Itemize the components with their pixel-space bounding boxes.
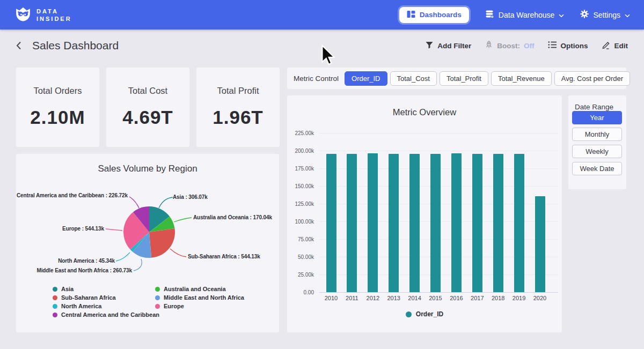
edit-button[interactable]: Edit (602, 40, 628, 51)
legend-label: Order_ID (416, 310, 443, 318)
bar-2018[interactable] (493, 154, 503, 292)
top-navbar: DATA INSIDER Dashboards (0, 0, 644, 29)
legend-dot (155, 304, 160, 309)
pie-leader-line (159, 197, 173, 208)
app-root: DATA INSIDER Dashboards (0, 0, 644, 349)
kpi-value: 1.96T (196, 107, 280, 128)
pie-callout-label: North America : 45.34k (58, 258, 115, 264)
nav-dashboards-button[interactable]: Dashboards (399, 7, 469, 23)
bar-chart-title: Metric Overview (287, 107, 562, 117)
owl-logo-icon (15, 6, 31, 24)
legend-dot (53, 295, 57, 300)
x-axis-tick-label: 2010 (320, 295, 342, 301)
bar-2015[interactable] (430, 154, 441, 292)
nav-settings-label: Settings (593, 11, 620, 19)
y-axis-tick-label: 150.00k (289, 183, 314, 189)
bar-2019[interactable] (514, 154, 524, 292)
kpi-card-total-profit: Total Profit 1.96T (196, 68, 280, 147)
pie-slice[interactable] (149, 228, 175, 258)
bar-2014[interactable] (409, 154, 420, 292)
bar-2012[interactable] (368, 153, 378, 292)
date-range-label: Date Range (575, 103, 626, 111)
pie-legend-item: North America (53, 303, 159, 309)
legend-label: North America (61, 303, 101, 309)
legend-dot (53, 313, 57, 317)
legend-label: Australia and Oceania (164, 286, 226, 292)
kpi-label: Total Cost (106, 86, 189, 96)
x-axis-tick-label: 2018 (487, 295, 509, 301)
y-axis-tick-label: 25.00k (289, 272, 314, 278)
metric-control-bar: Metric Control Order_ID Total_Cost Total… (287, 68, 626, 89)
y-axis-tick-label: 125.00k (289, 201, 314, 207)
pie-legend-item: Central America and the Caribbean (53, 311, 159, 318)
kpi-value: 4.69T (106, 107, 189, 128)
legend-label: Europe (164, 303, 184, 309)
y-axis-tick-label: 0.00 (289, 289, 314, 295)
metric-chip-total-cost[interactable]: Total_Cost (390, 71, 437, 86)
legend-label: Middle East and North Africa (164, 294, 244, 301)
pie-leader-line (134, 259, 142, 271)
kpi-label: Total Orders (16, 86, 99, 96)
back-icon[interactable] (14, 40, 25, 51)
kpi-card-total-cost: Total Cost 4.69T (106, 68, 189, 147)
brand-name: DATA INSIDER (36, 8, 72, 23)
pie-legend-item: Europe (155, 303, 244, 309)
pie-leader-line (129, 197, 139, 208)
kpi-label: Total Profit (196, 86, 280, 96)
bar-2013[interactable] (389, 154, 399, 292)
pie-legend-item: Middle East and North Africa (155, 294, 244, 301)
metric-chip-avg-cost-per-order[interactable]: Avg. Cost per Order (554, 71, 630, 86)
pie-callout-label: Australia and Oceania : 170.04k (193, 214, 272, 220)
boost-toggle[interactable]: Boost: Off (485, 40, 534, 51)
y-axis-tick-label: 100.00k (289, 219, 314, 225)
pie-leader-line (116, 253, 130, 261)
x-axis-tick-label: 2013 (383, 295, 405, 301)
pie-chart-card: Sales Volume by Region Asia : 306.07kAus… (16, 154, 279, 332)
metric-chip-order-id[interactable]: Order_ID (345, 71, 387, 86)
list-icon (548, 41, 557, 50)
legend-dot (155, 287, 160, 292)
kpi-value: 2.10M (16, 107, 99, 128)
pie-callout-label: Asia : 306.07k (173, 194, 208, 200)
gridline (319, 151, 558, 151)
bar-2020[interactable] (535, 196, 545, 292)
page-title: Sales Dashboard (32, 39, 119, 52)
options-button[interactable]: Options (548, 41, 588, 50)
metric-control-label: Metric Control (294, 75, 339, 83)
x-axis-tick-label: 2016 (445, 295, 467, 301)
database-icon (485, 10, 494, 20)
bar-2010[interactable] (326, 154, 336, 292)
y-axis-tick-label: 75.00k (289, 236, 314, 242)
add-filter-button[interactable]: Add Filter (425, 41, 471, 51)
bar-2011[interactable] (347, 154, 357, 292)
bar-2016[interactable] (451, 153, 462, 292)
pie-legend-item: Sub-Saharan Africa (53, 294, 159, 301)
y-axis-tick-label: 225.00k (289, 130, 314, 136)
x-axis-tick-label: 2011 (341, 295, 363, 301)
brand-logo[interactable]: DATA INSIDER (15, 6, 72, 24)
date-range-weekly-button[interactable]: Weekly (572, 145, 622, 158)
pie-leader-line (174, 218, 192, 222)
metric-chip-total-profit[interactable]: Total_Profit (440, 71, 488, 86)
pencil-icon (602, 40, 611, 51)
pie-leader-line (170, 249, 186, 257)
legend-label: Sub-Saharan Africa (61, 294, 116, 301)
date-range-year-button[interactable]: Year (572, 111, 622, 124)
x-axis-tick-label: 2020 (529, 295, 551, 301)
bar-2017[interactable] (472, 154, 482, 292)
legend-label: Central America and the Caribbean (61, 311, 159, 318)
nav-data-warehouse-menu[interactable]: Data Warehouse (485, 10, 565, 20)
metric-chip-total-revenue[interactable]: Total_Revenue (491, 71, 552, 86)
date-range-monthly-button[interactable]: Monthly (572, 128, 622, 141)
pie-callout-label: Sub-Saharan Africa : 544.13k (188, 254, 260, 259)
x-axis-tick-label: 2017 (466, 295, 488, 301)
bar-chart-legend: Order_ID (287, 310, 562, 318)
pie-callout-label: Middle East and North Africa : 260.73k (36, 268, 132, 273)
pie-leader-line (106, 229, 122, 231)
y-axis-tick-label: 175.00k (289, 166, 314, 172)
legend-dot (155, 295, 160, 300)
date-range-week-date-button[interactable]: Week Date (572, 162, 622, 175)
nav-settings-menu[interactable]: Settings (580, 10, 630, 20)
y-axis-tick-label: 200.00k (289, 148, 314, 154)
nav-data-warehouse-label: Data Warehouse (499, 11, 555, 19)
